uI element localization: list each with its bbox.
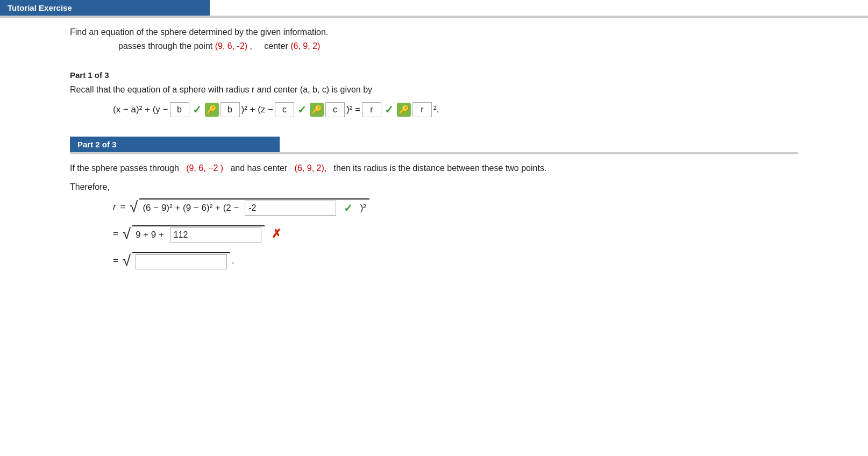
check-icon-b: ✓ <box>193 103 202 116</box>
if-sphere-text: If the sphere passes through (9, 6, −2 )… <box>70 162 798 175</box>
c-box2-value: c <box>333 105 337 115</box>
input3-box[interactable] <box>136 254 227 269</box>
b-input-value: b <box>177 105 182 115</box>
x-minus-a-sq: (x − a)² + (y − <box>113 104 168 115</box>
check-icon-input1: ✓ <box>344 202 353 215</box>
recall-text: Recall that the equation of a sphere wit… <box>70 85 798 95</box>
key-icon-c: 🔑 <box>310 103 324 117</box>
tutorial-banner-row: Tutorial Exercise <box>0 0 868 18</box>
b-box2[interactable]: b <box>220 102 240 117</box>
x-icon-input2: ✗ <box>272 227 281 241</box>
recall-content: Recall that the equation of a sphere wit… <box>70 85 372 94</box>
part2-banner: Part 2 of 3 <box>70 137 280 152</box>
center-label: center <box>264 41 290 51</box>
center-red: (6, 9, 2), <box>295 163 327 173</box>
sq-period: ². <box>433 104 439 115</box>
if-text: If the sphere passes through <box>70 163 184 173</box>
key-icon-b: 🔑 <box>205 103 219 117</box>
sqrt-content-1: (6 − 9)² + (9 − 6)² + (2 − <box>143 203 239 213</box>
sqrt-inner-2: 9 + 9 + 112 <box>132 225 265 243</box>
sq-plus-z-minus: )² + (z − <box>241 104 274 115</box>
part2-content: If the sphere passes through (9, 6, −2 )… <box>70 162 798 269</box>
sq-equals: )² = <box>346 104 360 115</box>
and-has: and has center <box>226 163 293 173</box>
sqrt-inner-1: (6 − 9)² + (9 − 6)² + (2 − -2 ✓ )² <box>139 198 369 216</box>
r-box2-value: r <box>421 105 423 115</box>
check-icon-c: ✓ <box>297 103 307 116</box>
c-input-box[interactable]: c <box>275 102 294 117</box>
equals-sign-2: = <box>113 229 121 239</box>
passes-through-label: passes through the point <box>118 41 215 51</box>
part2-banner-row: Part 2 of 3 <box>70 137 798 154</box>
key-icon-r: 🔑 <box>397 103 411 117</box>
content-area: Find an equation of the sphere determine… <box>0 18 868 290</box>
equals-sign-1: = <box>118 202 128 212</box>
input2-box[interactable]: 112 <box>170 227 261 243</box>
sqrt-symbol-3: √ <box>123 253 131 268</box>
c-box2[interactable]: c <box>325 102 345 117</box>
math-row-1: r = √ (6 − 9)² + (9 − 6)² + (2 − -2 ✓ <box>113 198 798 216</box>
r-box2[interactable]: r <box>412 102 432 117</box>
equals-sign-3: = <box>113 255 121 266</box>
math-row-2: = √ 9 + 9 + 112 ✗ <box>113 225 798 243</box>
sqrt-symbol-1: √ <box>130 200 138 215</box>
page-container: Tutorial Exercise Find an equation of th… <box>0 0 868 456</box>
check-icon-r: ✓ <box>385 103 394 116</box>
math-row-3: = √ . <box>113 252 798 269</box>
period: . <box>232 255 234 266</box>
find-equation-text: Find an equation of the sphere determine… <box>70 27 798 37</box>
math-block: r = √ (6 − 9)² + (9 − 6)² + (2 − -2 ✓ <box>113 198 798 269</box>
close-paren-sq: )² <box>360 203 366 213</box>
b-input-box[interactable]: b <box>170 102 189 117</box>
therefore-text: Therefore, <box>70 182 798 192</box>
b-box2-value: b <box>227 105 232 115</box>
sqrt-symbol-2: √ <box>123 226 131 241</box>
point-red: (9, 6, −2 ) <box>186 163 223 173</box>
sqrt-inner-3 <box>132 252 230 269</box>
r-equals: r <box>113 202 116 212</box>
given-point: (9, 6, -2) <box>215 41 247 51</box>
part2-banner-container: Part 2 of 3 <box>70 137 798 154</box>
part1-equation-line: (x − a)² + (y − b ✓ 🔑 b )² + (z − c ✓ 🔑 <box>113 102 798 117</box>
then-text: then its radius is the distance between … <box>329 163 547 173</box>
r-input-box[interactable]: r <box>362 102 381 117</box>
input1-value: -2 <box>248 203 256 213</box>
r-input-value: r <box>370 105 373 115</box>
part1-label: Part 1 of 3 <box>70 70 798 80</box>
tutorial-banner: Tutorial Exercise <box>0 0 210 16</box>
given-info-line: passes through the point (9, 6, -2) , ce… <box>118 41 798 51</box>
sqrt-content-2: 9 + 9 + <box>136 230 164 240</box>
comma-space: , <box>250 41 262 51</box>
given-center: (6, 9, 2) <box>290 41 320 51</box>
input1-box[interactable]: -2 <box>245 201 336 216</box>
input2-value: 112 <box>174 230 188 240</box>
c-input-value: c <box>282 105 287 115</box>
